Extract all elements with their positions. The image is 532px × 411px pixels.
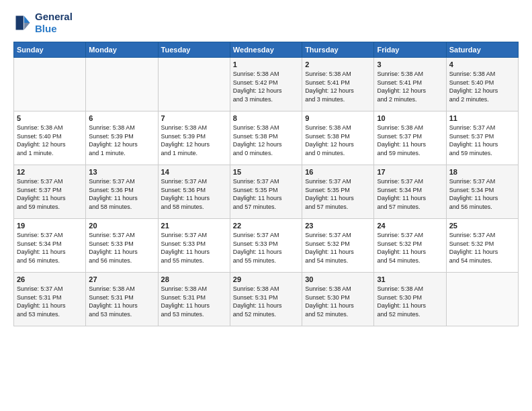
calendar-week-4: 19Sunrise: 5:37 AM Sunset: 5:34 PM Dayli… xyxy=(14,219,519,273)
day-info: Sunrise: 5:37 AM Sunset: 5:34 PM Dayligh… xyxy=(377,177,443,211)
calendar-cell xyxy=(86,58,158,111)
svg-rect-2 xyxy=(16,16,24,30)
day-number: 13 xyxy=(89,168,154,176)
day-number: 2 xyxy=(305,60,371,68)
day-info: Sunrise: 5:38 AM Sunset: 5:31 PM Dayligh… xyxy=(233,285,299,318)
day-info: Sunrise: 5:37 AM Sunset: 5:32 PM Dayligh… xyxy=(377,231,443,265)
weekday-header-monday: Monday xyxy=(86,42,158,58)
day-number: 18 xyxy=(449,168,515,176)
calendar-week-1: 1Sunrise: 5:38 AM Sunset: 5:42 PM Daylig… xyxy=(14,58,519,111)
calendar-week-2: 5Sunrise: 5:38 AM Sunset: 5:40 PM Daylig… xyxy=(14,111,519,165)
calendar-cell: 15Sunrise: 5:37 AM Sunset: 5:35 PM Dayli… xyxy=(230,165,302,219)
day-info: Sunrise: 5:37 AM Sunset: 5:32 PM Dayligh… xyxy=(449,231,515,265)
day-number: 9 xyxy=(305,114,371,122)
day-info: Sunrise: 5:38 AM Sunset: 5:41 PM Dayligh… xyxy=(305,70,371,103)
day-number: 19 xyxy=(17,222,83,230)
calendar-cell: 12Sunrise: 5:37 AM Sunset: 5:37 PM Dayli… xyxy=(14,165,86,219)
weekday-header-friday: Friday xyxy=(374,42,446,58)
svg-marker-1 xyxy=(24,23,30,30)
day-info: Sunrise: 5:37 AM Sunset: 5:35 PM Dayligh… xyxy=(305,177,371,211)
day-info: Sunrise: 5:37 AM Sunset: 5:36 PM Dayligh… xyxy=(161,177,227,211)
calendar-cell: 25Sunrise: 5:37 AM Sunset: 5:32 PM Dayli… xyxy=(446,219,518,273)
calendar-cell: 21Sunrise: 5:37 AM Sunset: 5:33 PM Dayli… xyxy=(158,219,230,273)
day-info: Sunrise: 5:37 AM Sunset: 5:35 PM Dayligh… xyxy=(233,177,299,211)
day-info: Sunrise: 5:37 AM Sunset: 5:37 PM Dayligh… xyxy=(449,124,515,157)
calendar-cell: 10Sunrise: 5:38 AM Sunset: 5:37 PM Dayli… xyxy=(374,111,446,165)
day-info: Sunrise: 5:37 AM Sunset: 5:33 PM Dayligh… xyxy=(233,231,299,265)
calendar-cell: 28Sunrise: 5:38 AM Sunset: 5:31 PM Dayli… xyxy=(158,273,230,326)
day-info: Sunrise: 5:38 AM Sunset: 5:40 PM Dayligh… xyxy=(17,124,83,157)
day-number: 15 xyxy=(233,168,299,176)
day-info: Sunrise: 5:37 AM Sunset: 5:36 PM Dayligh… xyxy=(89,177,154,211)
calendar-cell: 13Sunrise: 5:37 AM Sunset: 5:36 PM Dayli… xyxy=(86,165,158,219)
day-info: Sunrise: 5:38 AM Sunset: 5:31 PM Dayligh… xyxy=(161,285,227,318)
day-number: 29 xyxy=(233,275,299,283)
calendar-week-3: 12Sunrise: 5:37 AM Sunset: 5:37 PM Dayli… xyxy=(14,165,519,219)
calendar-cell: 9Sunrise: 5:38 AM Sunset: 5:38 PM Daylig… xyxy=(302,111,374,165)
calendar-week-5: 26Sunrise: 5:37 AM Sunset: 5:31 PM Dayli… xyxy=(14,273,519,326)
day-number: 11 xyxy=(449,114,515,122)
calendar-cell: 7Sunrise: 5:38 AM Sunset: 5:39 PM Daylig… xyxy=(158,111,230,165)
logo-icon xyxy=(13,13,32,32)
weekday-header-saturday: Saturday xyxy=(446,42,518,58)
logo: General Blue xyxy=(13,11,73,35)
day-number: 27 xyxy=(89,275,154,283)
calendar-cell: 6Sunrise: 5:38 AM Sunset: 5:39 PM Daylig… xyxy=(86,111,158,165)
day-number: 3 xyxy=(377,60,443,68)
calendar-cell xyxy=(446,273,518,326)
calendar-cell: 3Sunrise: 5:38 AM Sunset: 5:41 PM Daylig… xyxy=(374,58,446,111)
day-number: 25 xyxy=(449,222,515,230)
calendar-cell: 20Sunrise: 5:37 AM Sunset: 5:33 PM Dayli… xyxy=(86,219,158,273)
day-number: 7 xyxy=(161,114,227,122)
calendar-cell: 1Sunrise: 5:38 AM Sunset: 5:42 PM Daylig… xyxy=(230,58,302,111)
day-info: Sunrise: 5:38 AM Sunset: 5:38 PM Dayligh… xyxy=(233,124,299,157)
day-info: Sunrise: 5:38 AM Sunset: 5:40 PM Dayligh… xyxy=(449,70,515,103)
weekday-header-thursday: Thursday xyxy=(302,42,374,58)
day-info: Sunrise: 5:38 AM Sunset: 5:38 PM Dayligh… xyxy=(305,124,371,157)
calendar-cell: 17Sunrise: 5:37 AM Sunset: 5:34 PM Dayli… xyxy=(374,165,446,219)
calendar-cell: 27Sunrise: 5:38 AM Sunset: 5:31 PM Dayli… xyxy=(86,273,158,326)
day-info: Sunrise: 5:38 AM Sunset: 5:30 PM Dayligh… xyxy=(377,285,443,318)
calendar-cell: 8Sunrise: 5:38 AM Sunset: 5:38 PM Daylig… xyxy=(230,111,302,165)
calendar-cell: 29Sunrise: 5:38 AM Sunset: 5:31 PM Dayli… xyxy=(230,273,302,326)
day-info: Sunrise: 5:38 AM Sunset: 5:31 PM Dayligh… xyxy=(89,285,154,318)
calendar-cell: 22Sunrise: 5:37 AM Sunset: 5:33 PM Dayli… xyxy=(230,219,302,273)
calendar-cell: 19Sunrise: 5:37 AM Sunset: 5:34 PM Dayli… xyxy=(14,219,86,273)
day-number: 16 xyxy=(305,168,371,176)
calendar-cell: 18Sunrise: 5:37 AM Sunset: 5:34 PM Dayli… xyxy=(446,165,518,219)
day-info: Sunrise: 5:38 AM Sunset: 5:42 PM Dayligh… xyxy=(233,70,299,103)
day-number: 30 xyxy=(305,275,371,283)
day-number: 17 xyxy=(377,168,443,176)
weekday-header-tuesday: Tuesday xyxy=(158,42,230,58)
svg-marker-0 xyxy=(24,16,30,24)
calendar-cell: 30Sunrise: 5:38 AM Sunset: 5:30 PM Dayli… xyxy=(302,273,374,326)
calendar-cell: 14Sunrise: 5:37 AM Sunset: 5:36 PM Dayli… xyxy=(158,165,230,219)
day-number: 20 xyxy=(89,222,154,230)
day-number: 1 xyxy=(233,60,299,68)
day-number: 23 xyxy=(305,222,371,230)
day-info: Sunrise: 5:38 AM Sunset: 5:37 PM Dayligh… xyxy=(377,124,443,157)
day-number: 6 xyxy=(89,114,154,122)
calendar-cell: 31Sunrise: 5:38 AM Sunset: 5:30 PM Dayli… xyxy=(374,273,446,326)
day-info: Sunrise: 5:37 AM Sunset: 5:34 PM Dayligh… xyxy=(17,231,83,265)
day-number: 22 xyxy=(233,222,299,230)
calendar-cell: 23Sunrise: 5:37 AM Sunset: 5:32 PM Dayli… xyxy=(302,219,374,273)
day-number: 5 xyxy=(17,114,83,122)
calendar-cell: 2Sunrise: 5:38 AM Sunset: 5:41 PM Daylig… xyxy=(302,58,374,111)
day-number: 28 xyxy=(161,275,227,283)
day-info: Sunrise: 5:37 AM Sunset: 5:34 PM Dayligh… xyxy=(449,177,515,211)
page-container: General Blue SundayMondayTuesdayWednesda… xyxy=(0,0,532,333)
day-number: 31 xyxy=(377,275,443,283)
calendar-cell: 11Sunrise: 5:37 AM Sunset: 5:37 PM Dayli… xyxy=(446,111,518,165)
day-number: 14 xyxy=(161,168,227,176)
day-number: 4 xyxy=(449,60,515,68)
day-info: Sunrise: 5:38 AM Sunset: 5:41 PM Dayligh… xyxy=(377,70,443,103)
weekday-header-sunday: Sunday xyxy=(14,42,86,58)
calendar-cell: 16Sunrise: 5:37 AM Sunset: 5:35 PM Dayli… xyxy=(302,165,374,219)
weekday-header-row: SundayMondayTuesdayWednesdayThursdayFrid… xyxy=(14,42,519,58)
day-info: Sunrise: 5:38 AM Sunset: 5:30 PM Dayligh… xyxy=(305,285,371,318)
calendar-cell: 24Sunrise: 5:37 AM Sunset: 5:32 PM Dayli… xyxy=(374,219,446,273)
day-number: 24 xyxy=(377,222,443,230)
calendar-table: SundayMondayTuesdayWednesdayThursdayFrid… xyxy=(13,42,519,326)
day-info: Sunrise: 5:37 AM Sunset: 5:33 PM Dayligh… xyxy=(161,231,227,265)
